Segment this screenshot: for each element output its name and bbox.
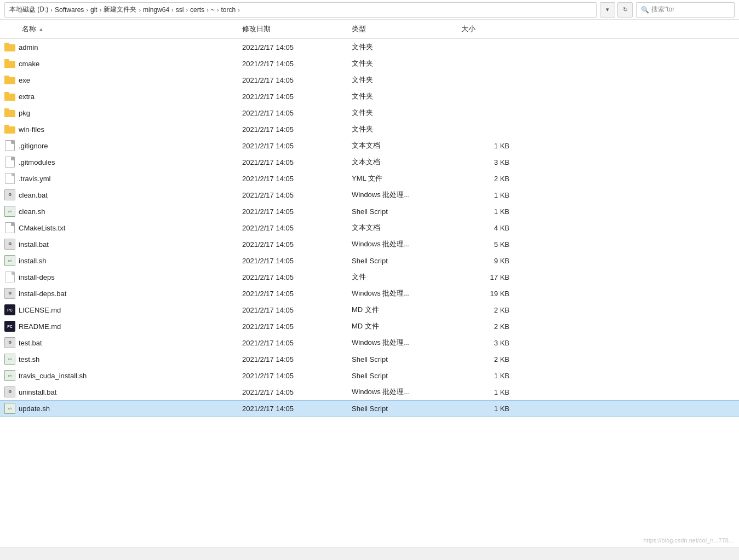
table-row[interactable]: install-deps 2021/2/17 14:05 文件 17 KB: [0, 269, 739, 285]
file-type: 文本文档: [345, 223, 455, 233]
file-size: 5 KB: [455, 240, 520, 249]
file-icon-container: [4, 272, 15, 282]
table-row[interactable]: sh clean.sh 2021/2/17 14:05 Shell Script…: [0, 203, 739, 220]
file-modified: 2021/2/17 14:05: [236, 388, 345, 396]
table-row[interactable]: PC README.md 2021/2/17 14:05 MD 文件 2 KB: [0, 318, 739, 334]
path-item: torch: [221, 6, 236, 14]
col-header-size[interactable]: 大小: [455, 22, 520, 36]
file-name: .gitmodules: [19, 158, 55, 166]
address-path[interactable]: 本地磁盘 (D:) › Softwares › git › 新建文件夹 › mi…: [4, 2, 597, 18]
file-type: 文本文档: [345, 141, 455, 151]
search-placeholder: 搜索"tor: [651, 5, 674, 14]
file-icon-container: sh: [4, 403, 15, 414]
file-type: Windows 批处理...: [345, 190, 455, 200]
table-row[interactable]: cmake 2021/2/17 14:05 文件夹: [0, 55, 739, 72]
bat-icon: ⚙: [4, 288, 15, 299]
content-area: 名称 ▲ 修改日期 类型 大小 admin 2021/2/17 14:05 文件…: [0, 20, 739, 547]
file-name: install-deps.bat: [19, 290, 66, 298]
sh-icon: sh: [4, 370, 15, 381]
col-header-type[interactable]: 类型: [345, 22, 455, 36]
column-headers: 名称 ▲ 修改日期 类型 大小: [0, 20, 739, 39]
table-row[interactable]: exe 2021/2/17 14:05 文件夹: [0, 72, 739, 88]
file-icon-container: [4, 74, 15, 85]
file-modified: 2021/2/17 14:05: [236, 273, 345, 281]
table-row[interactable]: extra 2021/2/17 14:05 文件夹: [0, 88, 739, 105]
file-modified: 2021/2/17 14:05: [236, 76, 345, 84]
file-icon-container: [4, 124, 15, 135]
file-modified: 2021/2/17 14:05: [236, 405, 345, 413]
file-type: 文件夹: [345, 124, 455, 134]
table-row[interactable]: admin 2021/2/17 14:05 文件夹: [0, 39, 739, 55]
file-icon-container: [4, 140, 15, 151]
file-name: admin: [19, 43, 38, 51]
table-row[interactable]: ⚙ test.bat 2021/2/17 14:05 Windows 批处理..…: [0, 334, 739, 351]
file-modified: 2021/2/17 14:05: [236, 125, 345, 134]
file-name: README.md: [19, 322, 61, 331]
search-box[interactable]: 🔍 搜索"tor: [636, 2, 735, 18]
file-size: 2 KB: [455, 355, 520, 363]
file-modified: 2021/2/17 14:05: [236, 43, 345, 51]
file-type: Windows 批处理...: [345, 338, 455, 348]
file-icon-container: [4, 157, 15, 168]
path-item: ~: [211, 6, 215, 14]
table-row[interactable]: ⚙ clean.bat 2021/2/17 14:05 Windows 批处理.…: [0, 187, 739, 203]
file-name-cell: ⚙ test.bat: [0, 337, 236, 348]
folder-icon: [4, 76, 15, 84]
table-row[interactable]: ⚙ install.bat 2021/2/17 14:05 Windows 批处…: [0, 236, 739, 252]
table-row[interactable]: CMakeLists.txt 2021/2/17 14:05 文本文档 4 KB: [0, 220, 739, 236]
table-row[interactable]: sh travis_cuda_install.sh 2021/2/17 14:0…: [0, 367, 739, 384]
bat-icon: ⚙: [4, 337, 15, 348]
file-name-cell: sh travis_cuda_install.sh: [0, 370, 236, 381]
file-icon-container: sh: [4, 255, 15, 266]
file-type: YML 文件: [345, 174, 455, 183]
status-bar: [0, 547, 739, 560]
file-icon-container: [4, 91, 15, 102]
address-controls: ▾ ↻: [600, 2, 633, 18]
generic-icon: [5, 272, 15, 282]
file-icon-container: [4, 222, 15, 233]
col-header-modified[interactable]: 修改日期: [236, 22, 345, 36]
sh-icon: sh: [4, 403, 15, 414]
bat-icon: ⚙: [4, 386, 15, 397]
folder-icon: [4, 59, 15, 68]
file-modified: 2021/2/17 14:05: [236, 60, 345, 68]
table-row[interactable]: .gitmodules 2021/2/17 14:05 文本文档 3 KB: [0, 154, 739, 170]
table-row[interactable]: sh test.sh 2021/2/17 14:05 Shell Script …: [0, 351, 739, 367]
file-size: 1 KB: [455, 207, 520, 216]
table-row[interactable]: ⚙ uninstall.bat 2021/2/17 14:05 Windows …: [0, 384, 739, 400]
file-name: .gitignore: [19, 142, 48, 150]
file-list: admin 2021/2/17 14:05 文件夹 cmake 2021/2/1…: [0, 39, 739, 547]
file-name: LICENSE.md: [19, 306, 61, 314]
table-row[interactable]: ⚙ install-deps.bat 2021/2/17 14:05 Windo…: [0, 285, 739, 302]
file-icon-container: ⚙: [4, 386, 15, 397]
table-row[interactable]: sh update.sh 2021/2/17 14:05 Shell Scrip…: [0, 400, 739, 417]
path-item: certs: [190, 6, 204, 14]
table-row[interactable]: .gitignore 2021/2/17 14:05 文本文档 1 KB: [0, 137, 739, 154]
file-size: 2 KB: [455, 306, 520, 314]
file-icon-container: PC: [4, 304, 15, 315]
table-row[interactable]: .travis.yml 2021/2/17 14:05 YML 文件 2 KB: [0, 170, 739, 187]
file-type: 文件夹: [345, 108, 455, 118]
txt-icon: [5, 222, 15, 233]
file-name: win-files: [19, 125, 44, 134]
table-row[interactable]: PC LICENSE.md 2021/2/17 14:05 MD 文件 2 KB: [0, 302, 739, 318]
file-name-cell: .travis.yml: [0, 173, 236, 184]
sort-arrow-name: ▲: [38, 26, 44, 32]
file-name-cell: ⚙ install-deps.bat: [0, 288, 236, 299]
table-row[interactable]: win-files 2021/2/17 14:05 文件夹: [0, 121, 739, 137]
file-type: 文件夹: [345, 59, 455, 68]
col-header-name[interactable]: 名称 ▲: [0, 22, 236, 36]
file-name-cell: PC LICENSE.md: [0, 304, 236, 315]
refresh-button[interactable]: ↻: [617, 2, 633, 18]
table-row[interactable]: sh install.sh 2021/2/17 14:05 Shell Scri…: [0, 252, 739, 269]
file-modified: 2021/2/17 14:05: [236, 93, 345, 101]
table-row[interactable]: pkg 2021/2/17 14:05 文件夹: [0, 105, 739, 121]
file-name: cmake: [19, 60, 39, 68]
dropdown-button[interactable]: ▾: [600, 2, 615, 18]
file-type: MD 文件: [345, 321, 455, 331]
file-modified: 2021/2/17 14:05: [236, 175, 345, 183]
file-name: clean.sh: [19, 207, 45, 216]
file-name-cell: exe: [0, 74, 236, 85]
file-modified: 2021/2/17 14:05: [236, 207, 345, 216]
file-name: travis_cuda_install.sh: [19, 372, 87, 380]
